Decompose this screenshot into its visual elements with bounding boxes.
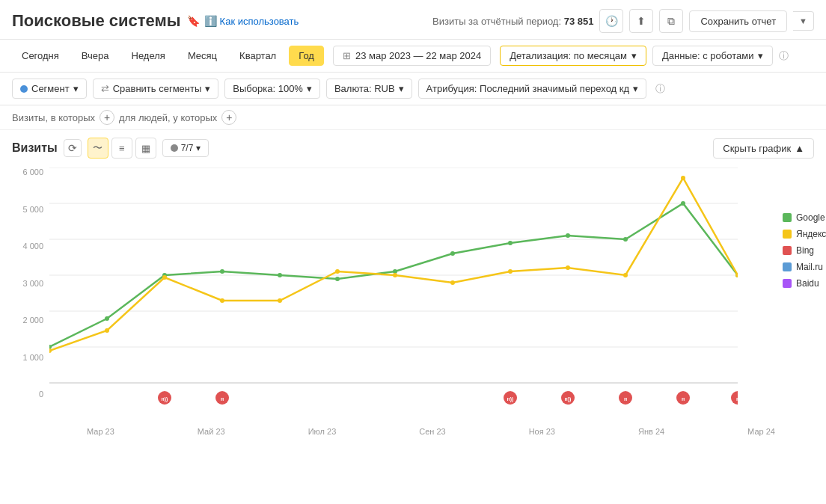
legend-bing[interactable]: Bing — [783, 245, 826, 256]
x-label-mar24: Мар 24 — [747, 427, 775, 436]
svg-point-26 — [393, 273, 397, 277]
svg-point-16 — [566, 233, 570, 238]
data-info-icon[interactable]: ⓘ — [779, 49, 789, 63]
series-dot — [171, 144, 178, 152]
copy-icon-btn[interactable]: ⧉ — [659, 9, 683, 33]
x-label-may23: Май 23 — [198, 427, 225, 436]
period-yesterday[interactable]: Вчера — [72, 46, 119, 66]
chart-title: Визиты — [12, 141, 58, 155]
page-title: Поисковые системы — [12, 11, 181, 31]
chevron-down-icon3: ▾ — [73, 83, 79, 94]
how-to-use-link[interactable]: Как использовать — [220, 16, 299, 27]
info-icon[interactable]: ℹ️ — [204, 15, 217, 27]
y-label-5000: 5 000 — [22, 205, 43, 214]
segment-condition-bar: Визиты, в которых + для людей, у которых… — [0, 105, 826, 130]
svg-text:н)): н)) — [162, 396, 168, 402]
svg-text:н)): н)) — [565, 396, 572, 402]
svg-text:н: н — [736, 396, 738, 402]
clock-icon-btn[interactable]: 🕐 — [599, 9, 623, 33]
currency-button[interactable]: Валюта: RUB ▾ — [326, 79, 412, 99]
legend-baidu[interactable]: Baidu — [783, 278, 826, 289]
sample-button[interactable]: Выборка: 100% ▾ — [224, 79, 320, 99]
legend-yandex-label: Яндекс — [796, 229, 826, 239]
period-week[interactable]: Неделя — [122, 46, 175, 66]
chevron-down-icon8: ▾ — [196, 143, 201, 153]
legend-mailru[interactable]: Mail.ru — [783, 262, 826, 272]
attribution-info-icon[interactable]: ⓘ — [655, 82, 665, 96]
chart-clock-icon-btn[interactable]: ⟳ — [64, 139, 82, 157]
legend-baidu-label: Baidu — [796, 278, 819, 289]
series-count-label: 7/7 — [181, 143, 194, 153]
legend-google[interactable]: Google — [783, 212, 826, 223]
legend-mailru-label: Mail.ru — [796, 262, 823, 272]
y-label-2000: 2 000 — [22, 316, 43, 325]
holiday-marker-jan24[interactable]: н — [619, 391, 632, 405]
holiday-marker-jun23[interactable]: н — [215, 391, 229, 405]
export-icon-btn[interactable]: ⬆ — [629, 9, 653, 33]
bar-chart-btn[interactable]: ▦ — [135, 138, 156, 159]
y-label-6000: 6 000 — [22, 168, 43, 176]
x-axis: Мар 23 Май 23 Июл 23 Сен 23 Ноя 23 Янв 2… — [87, 424, 775, 436]
svg-point-29 — [566, 265, 570, 270]
add-visit-condition-button[interactable]: + — [100, 110, 114, 125]
x-label-mar23: Мар 23 — [87, 427, 114, 436]
legend-yandex[interactable]: Яндекс — [783, 229, 826, 239]
compare-segments-button[interactable]: ⇄ Сравнить сегменты ▾ — [93, 79, 219, 99]
period-quarter[interactable]: Квартал — [230, 46, 286, 66]
holiday-marker-nov23[interactable]: н)) — [504, 391, 517, 405]
svg-text:н)): н)) — [507, 396, 514, 402]
bookmark-icon[interactable]: 🔖 — [187, 15, 200, 27]
detail-dropdown[interactable]: Детализация: по месяцам ▾ — [500, 46, 646, 66]
holiday-marker-feb24[interactable]: н — [676, 391, 690, 405]
period-today[interactable]: Сегодня — [12, 46, 69, 66]
holiday-marker-may23[interactable]: н)) — [158, 391, 171, 405]
attribution-label: Атрибуция: Последний значимый переход кд — [426, 83, 629, 94]
line-chart-btn[interactable]: 〜 — [88, 138, 108, 159]
chevron-down-icon6: ▾ — [399, 83, 404, 94]
holiday-marker-dec23[interactable]: н)) — [561, 391, 575, 405]
hide-chart-label: Скрыть график — [723, 143, 791, 154]
period-month[interactable]: Месяц — [178, 46, 227, 66]
attribution-button[interactable]: Атрибуция: Последний значимый переход кд… — [418, 79, 646, 99]
svg-point-17 — [623, 237, 628, 242]
chart-header: Визиты ⟳ 〜 ≡ ▦ 7/7 ▾ Скрыть график ▲ — [0, 130, 826, 162]
hide-chart-button[interactable]: Скрыть график ▲ — [713, 138, 814, 159]
svg-point-15 — [508, 241, 513, 245]
series-selector-button[interactable]: 7/7 ▾ — [162, 139, 209, 157]
chart-area: 6 000 5 000 4 000 3 000 2 000 1 000 0 — [0, 162, 826, 436]
area-chart-btn[interactable]: ≡ — [111, 138, 132, 159]
page-header: Поисковые системы 🔖 ℹ️ Как использовать … — [0, 0, 826, 40]
segment-label: Сегмент — [31, 83, 70, 94]
compare-label: Сравнить сегменты — [113, 83, 202, 94]
svg-point-11 — [278, 273, 282, 277]
svg-point-30 — [623, 273, 628, 277]
chevron-down-icon: ▾ — [631, 50, 637, 61]
save-report-button[interactable]: Сохранить отчет — [689, 10, 787, 32]
x-label-jul23: Июл 23 — [308, 427, 337, 436]
date-range-button[interactable]: ⊞ 23 мар 2023 — 22 мар 2024 — [333, 46, 491, 66]
chevron-down-icon4: ▾ — [205, 83, 210, 94]
y-axis: 6 000 5 000 4 000 3 000 2 000 1 000 0 — [12, 168, 49, 399]
x-label-jan24: Янв 24 — [638, 427, 664, 436]
add-people-condition-button[interactable]: + — [221, 110, 236, 125]
period-year[interactable]: Год — [289, 46, 324, 66]
svg-text:н: н — [682, 396, 685, 402]
legend-google-label: Google — [796, 212, 825, 223]
legend-mailru-color — [783, 262, 792, 271]
filter-bar: Сегмент ▾ ⇄ Сравнить сегменты ▾ Выборка:… — [0, 73, 826, 105]
legend-bing-label: Bing — [796, 245, 814, 256]
svg-point-21 — [105, 328, 109, 333]
period-toolbar: Сегодня Вчера Неделя Месяц Квартал Год ⊞… — [0, 40, 826, 73]
y-label-0: 0 — [39, 390, 43, 399]
visits-count: 73 851 — [564, 16, 594, 27]
data-dropdown[interactable]: Данные: с роботами ▾ — [652, 46, 773, 66]
x-label-sep23: Сен 23 — [419, 427, 445, 436]
holiday-marker-mar24[interactable]: н — [731, 391, 738, 405]
svg-point-22 — [162, 275, 167, 280]
date-range-label: 23 мар 2023 — 22 мар 2024 — [355, 50, 481, 61]
svg-text:н: н — [221, 396, 224, 402]
save-report-dropdown-button[interactable]: ▼ — [793, 11, 814, 31]
data-label: Данные: с роботами — [662, 50, 753, 61]
segment-button[interactable]: Сегмент ▾ — [12, 79, 87, 99]
svg-point-8 — [105, 316, 109, 321]
